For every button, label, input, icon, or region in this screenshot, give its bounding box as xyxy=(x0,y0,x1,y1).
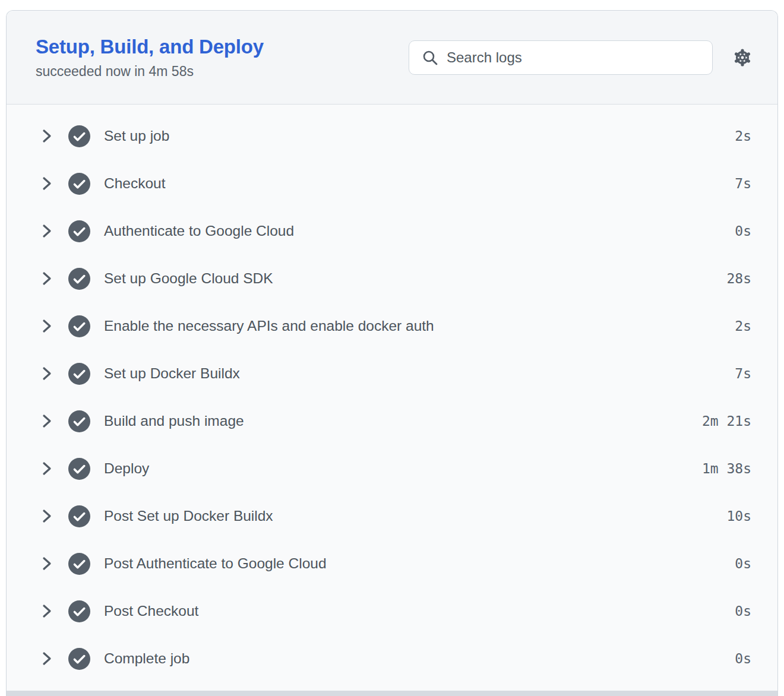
step-name: Deploy xyxy=(104,460,149,477)
step-duration: 0s xyxy=(735,603,751,619)
check-circle-icon xyxy=(68,600,90,622)
job-status-text: succeeded now in 4m 58s xyxy=(36,64,264,80)
search-icon xyxy=(421,49,439,67)
chevron-right-icon[interactable] xyxy=(40,128,53,144)
check-circle-icon xyxy=(68,220,90,242)
log-settings-button[interactable] xyxy=(732,48,753,68)
step-duration: 7s xyxy=(735,366,751,381)
gear-icon xyxy=(732,61,753,69)
chevron-right-icon[interactable] xyxy=(40,413,53,429)
step-row[interactable]: Complete job 0s xyxy=(7,635,777,682)
step-name: Complete job xyxy=(104,650,189,667)
step-name: Checkout xyxy=(104,175,166,192)
check-circle-icon xyxy=(68,315,90,337)
log-search-box[interactable] xyxy=(409,40,713,75)
step-name: Enable the necessary APIs and enable doc… xyxy=(104,318,434,334)
job-header: Setup, Build, and Deploy succeeded now i… xyxy=(7,11,777,105)
step-name: Post Authenticate to Google Cloud xyxy=(104,555,327,572)
panel-bottom-edge xyxy=(7,691,777,696)
step-row[interactable]: Deploy 1m 38s xyxy=(7,445,777,492)
step-row[interactable]: Post Checkout 0s xyxy=(7,587,777,635)
step-row[interactable]: Checkout 7s xyxy=(7,160,777,207)
step-name: Build and push image xyxy=(104,413,244,429)
job-log-panel: Setup, Build, and Deploy succeeded now i… xyxy=(6,10,778,696)
step-row[interactable]: Build and push image 2m 21s xyxy=(7,397,777,445)
check-circle-icon xyxy=(68,125,90,147)
log-search-input[interactable] xyxy=(447,41,712,74)
step-row[interactable]: Enable the necessary APIs and enable doc… xyxy=(7,302,777,350)
step-duration: 0s xyxy=(735,223,751,239)
step-duration: 7s xyxy=(735,176,751,191)
step-row[interactable]: Post Set up Docker Buildx 10s xyxy=(7,492,777,540)
step-duration: 2s xyxy=(735,318,751,334)
check-circle-icon xyxy=(68,363,90,385)
step-row[interactable]: Post Authenticate to Google Cloud 0s xyxy=(7,540,777,587)
step-row[interactable]: Authenticate to Google Cloud 0s xyxy=(7,207,777,255)
step-row[interactable]: Set up Google Cloud SDK 28s xyxy=(7,255,777,302)
check-circle-icon xyxy=(68,410,90,432)
step-duration: 28s xyxy=(726,271,751,286)
step-name: Set up Google Cloud SDK xyxy=(104,270,273,287)
step-name: Post Checkout xyxy=(104,603,198,619)
job-title-link[interactable]: Setup, Build, and Deploy xyxy=(36,36,264,58)
step-duration: 0s xyxy=(735,651,751,666)
check-circle-icon xyxy=(68,553,90,575)
job-title-block: Setup, Build, and Deploy succeeded now i… xyxy=(36,36,264,80)
check-circle-icon xyxy=(68,505,90,527)
steps-list: Set up job 2s Checkout 7s xyxy=(7,105,777,696)
step-duration: 10s xyxy=(726,508,751,524)
chevron-right-icon[interactable] xyxy=(40,555,53,572)
chevron-right-icon[interactable] xyxy=(40,175,53,192)
step-duration: 0s xyxy=(735,556,751,571)
workflow-job-page: Setup, Build, and Deploy succeeded now i… xyxy=(0,0,784,696)
step-duration: 1m 38s xyxy=(702,461,751,476)
step-duration: 2s xyxy=(735,128,751,144)
check-circle-icon xyxy=(68,268,90,290)
chevron-right-icon[interactable] xyxy=(40,460,53,477)
chevron-right-icon[interactable] xyxy=(40,318,53,334)
chevron-right-icon[interactable] xyxy=(40,508,53,524)
chevron-right-icon[interactable] xyxy=(40,603,53,619)
step-duration: 2m 21s xyxy=(702,413,751,429)
chevron-right-icon[interactable] xyxy=(40,365,53,382)
step-name: Authenticate to Google Cloud xyxy=(104,223,294,239)
chevron-right-icon[interactable] xyxy=(40,270,53,287)
chevron-right-icon[interactable] xyxy=(40,650,53,667)
step-name: Post Set up Docker Buildx xyxy=(104,508,273,524)
step-name: Set up job xyxy=(104,128,169,144)
check-circle-icon xyxy=(68,458,90,480)
chevron-right-icon[interactable] xyxy=(40,223,53,239)
step-name: Set up Docker Buildx xyxy=(104,365,240,382)
step-row[interactable]: Set up job 2s xyxy=(7,112,777,160)
check-circle-icon xyxy=(68,173,90,195)
check-circle-icon xyxy=(68,648,90,670)
step-row[interactable]: Set up Docker Buildx 7s xyxy=(7,350,777,397)
